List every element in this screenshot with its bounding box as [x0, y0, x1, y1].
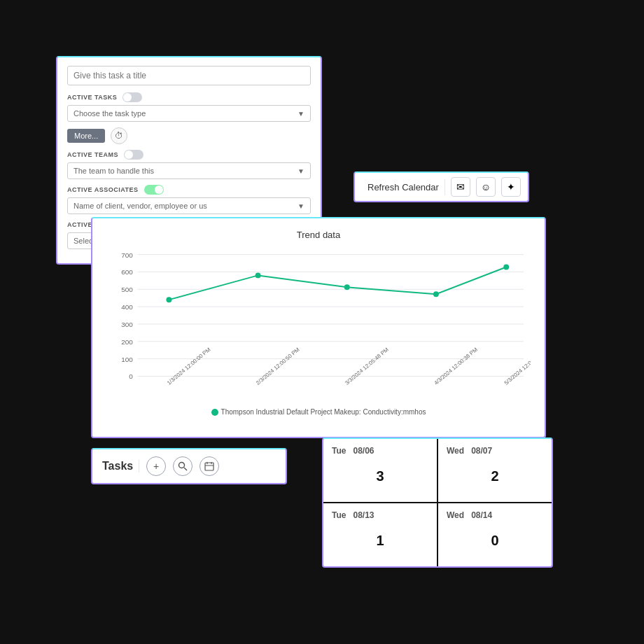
svg-text:600: 600	[121, 268, 133, 276]
svg-line-27	[184, 468, 187, 470]
svg-text:1/3/2024 12:00:00 PM: 1/3/2024 12:00:00 PM	[166, 346, 212, 386]
refresh-calendar-panel: Refresh Calendar ✉ ☺ ✦	[354, 172, 529, 202]
team-arrow: ▼	[292, 164, 310, 178]
cal-count-wed-0807: 2	[447, 468, 543, 484]
cal-date-tue-0813: 08/13	[353, 510, 374, 520]
calendar-grid: Tue 08/06 3 Wed 08/07 2 Tue 08/13 1 Wed	[322, 438, 553, 568]
active-associates-row: ACTIVE ASSOCIATES	[67, 185, 311, 195]
calendar-cell-tue-0813: Tue 08/13 1	[323, 503, 438, 566]
cal-header-wed-0814: Wed 08/14	[447, 510, 543, 520]
search-task-button[interactable]	[173, 456, 192, 476]
emoji-icon-button[interactable]: ☺	[476, 177, 496, 197]
cal-count-wed-0814: 0	[447, 533, 543, 549]
chart-title: Trend data	[106, 230, 531, 240]
calendar-icon	[204, 461, 214, 471]
svg-text:300: 300	[121, 321, 133, 328]
active-tasks-row: ACTIVE TASKS	[67, 92, 311, 102]
tasks-panel: Tasks +	[91, 448, 287, 484]
cal-day-tue-0813: Tue	[332, 510, 346, 520]
task-type-select-row: Choose the task type ▼	[67, 105, 311, 122]
calendar-cell-wed-0807: Wed 08/07 2	[438, 439, 552, 502]
trend-chart-panel: Trend data 700 600 500 400 300 200 100 0…	[91, 217, 546, 438]
cal-count-tue-0806: 3	[332, 468, 428, 484]
team-select-row: The team to handle this ▼	[67, 162, 311, 179]
svg-text:0: 0	[129, 372, 133, 380]
active-teams-toggle[interactable]	[124, 150, 144, 160]
chart-legend: Thompson Industrial Default Project Make…	[106, 408, 531, 416]
svg-text:100: 100	[121, 356, 133, 363]
cal-day-wed-0814: Wed	[447, 510, 464, 520]
associate-arrow: ▼	[292, 199, 310, 214]
clock-icon-button[interactable]: ⏱	[111, 127, 127, 144]
svg-text:3/3/2024 12:05:48 PM: 3/3/2024 12:05:48 PM	[344, 346, 390, 386]
chart-area: 700 600 500 400 300 200 100 0 1/3/2024 1…	[106, 247, 531, 387]
active-tasks-label: ACTIVE TASKS	[67, 94, 117, 101]
email-icon-button[interactable]: ✉	[451, 177, 470, 197]
calendar-week-1: Tue 08/06 3 Wed 08/07 2	[323, 439, 552, 503]
svg-point-23	[344, 284, 350, 290]
cal-day-wed-0807: Wed	[447, 446, 464, 456]
cal-date-tue-0806: 08/06	[353, 446, 374, 456]
active-teams-row: ACTIVE TEAMS	[67, 150, 311, 160]
task-title-input[interactable]	[67, 66, 311, 85]
svg-point-22	[255, 272, 261, 278]
svg-text:5/3/2024 12:00:28 PM: 5/3/2024 12:00:28 PM	[503, 346, 531, 386]
cal-count-tue-0813: 1	[332, 533, 428, 549]
more-row: More... ⏱	[67, 127, 311, 144]
associate-select[interactable]: Name of client, vendor, employee or us	[68, 198, 292, 214]
svg-point-25	[503, 264, 509, 270]
svg-text:400: 400	[121, 303, 133, 311]
tasks-label: Tasks	[102, 460, 139, 472]
associate-select-row: Name of client, vendor, employee or us ▼	[67, 197, 311, 214]
calendar-cell-wed-0814: Wed 08/14 0	[438, 503, 552, 566]
add-task-button[interactable]: +	[146, 456, 166, 476]
active-tasks-toggle[interactable]	[122, 92, 142, 102]
cal-header-tue-0806: Tue 08/06	[332, 446, 428, 456]
svg-point-21	[166, 297, 172, 302]
active-associates-toggle[interactable]	[144, 185, 164, 195]
svg-point-24	[433, 291, 439, 297]
sun-icon-button[interactable]: ✦	[501, 177, 521, 197]
active-teams-label: ACTIVE TEAMS	[67, 151, 118, 158]
search-icon	[178, 461, 188, 471]
svg-text:200: 200	[121, 338, 133, 346]
svg-point-26	[179, 463, 185, 468]
more-button[interactable]: More...	[67, 129, 105, 143]
trend-chart-svg: 700 600 500 400 300 200 100 0 1/3/2024 1…	[106, 247, 531, 387]
refresh-calendar-button[interactable]: Refresh Calendar	[362, 179, 445, 195]
svg-text:500: 500	[121, 286, 133, 293]
legend-dot	[211, 409, 218, 416]
svg-text:2/3/2024 12:00:50 PM: 2/3/2024 12:00:50 PM	[255, 346, 301, 386]
cal-day-tue-0806: Tue	[332, 446, 346, 456]
cal-date-wed-0814: 08/14	[471, 510, 492, 520]
svg-text:4/3/2024 12:00:38 PM: 4/3/2024 12:00:38 PM	[433, 346, 479, 386]
calendar-cell-tue-0806: Tue 08/06 3	[323, 439, 438, 502]
active-associates-label: ACTIVE ASSOCIATES	[67, 186, 139, 193]
calendar-week-2: Tue 08/13 1 Wed 08/14 0	[323, 503, 552, 566]
legend-text: Thompson Industrial Default Project Make…	[221, 408, 426, 416]
task-type-arrow: ▼	[292, 106, 310, 121]
cal-header-wed-0807: Wed 08/07	[447, 446, 543, 456]
team-select[interactable]: The team to handle this	[68, 163, 292, 178]
svg-text:700: 700	[121, 251, 133, 259]
calendar-task-button[interactable]	[200, 456, 219, 476]
cal-date-wed-0807: 08/07	[471, 446, 492, 456]
svg-rect-28	[205, 463, 214, 470]
cal-header-tue-0813: Tue 08/13	[332, 510, 428, 520]
task-type-select[interactable]: Choose the task type	[68, 106, 292, 121]
